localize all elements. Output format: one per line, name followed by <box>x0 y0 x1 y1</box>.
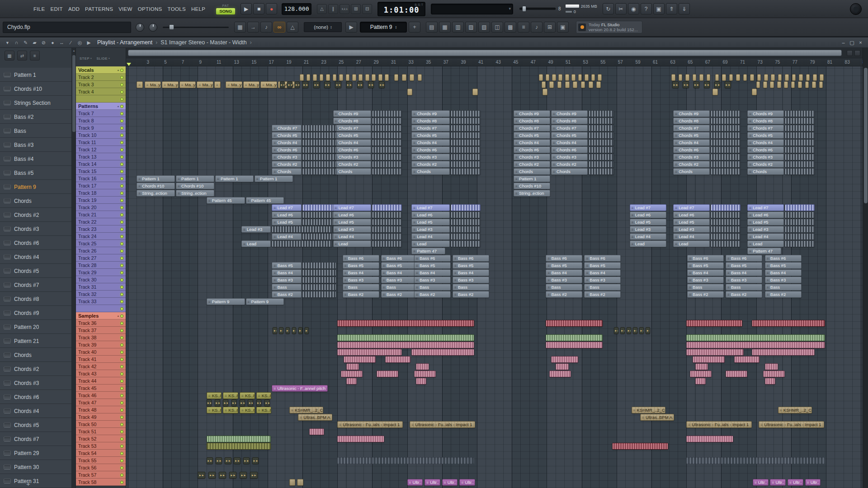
track-group-vocals[interactable]: Vocals▴ <box>76 66 126 74</box>
clip-lead-7[interactable]: ≡Lead #7 <box>411 204 450 211</box>
clip-pattern-1[interactable]: ≡Pattern 1 <box>176 175 214 182</box>
clip-chop[interactable] <box>750 74 754 81</box>
clip-bass-2[interactable]: ≡Bass #2 <box>765 291 802 298</box>
pattern-list-item-bass-2[interactable]: Bass #2 <box>0 110 71 124</box>
clip-chords[interactable]: ≡Chords <box>551 168 588 175</box>
clip-pat-steps[interactable] <box>302 132 336 139</box>
clip-arrow[interactable]: ►► <box>633 327 637 334</box>
collapse-icon[interactable]: ▴ <box>118 314 119 318</box>
clip-pat-steps[interactable] <box>711 146 741 153</box>
track-row-track-46[interactable]: Track 46 <box>76 392 126 399</box>
clip-pat-steps[interactable] <box>589 139 614 146</box>
clip-kshmr-2-clean[interactable]: ≡KSHMR_..2_Clean <box>778 407 812 413</box>
clip-lead-3[interactable]: ≡Lead #3 <box>241 226 271 233</box>
clip-lead-3[interactable]: ≡Lead #3 <box>630 226 666 233</box>
clip-pink[interactable] <box>337 436 384 442</box>
clip-bass-5[interactable]: ≡Bass #5 <box>546 262 582 269</box>
clip-chords-8[interactable]: ≡Chords #8 <box>411 117 450 124</box>
clip-bass-6[interactable]: ≡Bass #6 <box>584 255 621 262</box>
clip-pat-steps[interactable] <box>785 117 815 124</box>
track-row-track-42[interactable]: Track 42 <box>76 363 126 370</box>
clip-arrow[interactable]: ►► <box>215 399 220 406</box>
clip-chords-5[interactable]: ≡Chords #5 <box>514 132 550 139</box>
track-row-track-47[interactable]: Track 47 <box>76 399 126 406</box>
track-led[interactable] <box>120 474 123 477</box>
maximize-button[interactable]: ▢ <box>848 40 856 46</box>
clip-arrow[interactable]: ►► <box>250 472 257 479</box>
clip-ultr[interactable]: ≡Ultr.. <box>459 479 475 486</box>
clip-bass-6[interactable]: ≡Bass #6 <box>343 255 379 262</box>
clip-chords[interactable]: ≡Chords <box>514 168 550 175</box>
clip-pattern-1[interactable]: ≡Pattern 1 <box>255 175 293 182</box>
clip-pat-steps[interactable] <box>785 125 815 131</box>
clip-pink[interactable] <box>411 349 474 356</box>
clip-bass-3[interactable]: ≡Bass #3 <box>272 277 302 283</box>
clip-arrow[interactable]: ►► <box>234 457 240 464</box>
clip-tan[interactable] <box>289 479 295 486</box>
clip-arrow[interactable]: ►► <box>225 457 231 464</box>
clip-arrow[interactable]: ►► <box>286 327 290 334</box>
clip-m[interactable]: ≡M <box>137 81 142 88</box>
clip-chop[interactable] <box>812 81 816 88</box>
track-led[interactable] <box>120 372 123 375</box>
picker-filter-icon[interactable]: ≡ <box>30 51 40 61</box>
clip-pat-steps[interactable] <box>711 110 741 117</box>
track-row-track-24[interactable]: Track 24 <box>76 233 126 240</box>
clip-arrow[interactable]: ►► <box>295 81 300 88</box>
clip-chords-9[interactable]: ≡Chords #9 <box>551 110 588 117</box>
pattern-list-item-chords-7[interactable]: Chords #7 <box>0 432 71 446</box>
clip-bass[interactable]: ≡Bass <box>414 284 451 291</box>
clip-pat-steps[interactable] <box>785 146 815 153</box>
pattern-list-item-chords-5[interactable]: Chords #5 <box>0 418 71 432</box>
clip-arrow[interactable]: ►► <box>229 472 236 479</box>
clip-bass-2[interactable]: ≡Bass #2 <box>343 291 379 298</box>
clip-bass-6[interactable]: ≡Bass #6 <box>687 255 724 262</box>
clip-chop[interactable] <box>418 74 422 81</box>
clip-chop[interactable] <box>799 74 803 81</box>
clip-pat-steps[interactable] <box>785 211 815 218</box>
clip-bass[interactable]: ≡Bass <box>546 284 582 291</box>
clip-chop[interactable] <box>819 81 823 88</box>
pattern-list-item-pattern-20[interactable]: Pattern 20 <box>0 320 71 334</box>
clip-string-ection[interactable]: ≡String..ection <box>176 190 214 197</box>
clip-chop[interactable] <box>346 74 350 81</box>
clip-chords-9[interactable]: ≡Chords #9 <box>514 110 550 117</box>
clip-dsteps[interactable] <box>686 457 825 464</box>
pattern-list-item-pattern-9[interactable]: Pattern 9 <box>0 180 71 194</box>
clip-pat-steps[interactable] <box>711 219 741 225</box>
track-row-track-25[interactable]: Track 25 <box>76 240 126 247</box>
pattern-picker-scrollbar[interactable]: ▴ <box>72 48 76 488</box>
clip-pat-steps[interactable] <box>451 110 481 117</box>
clip-lead-4[interactable]: ≡Lead #4 <box>630 233 666 240</box>
microphone-icon[interactable]: ◉ <box>628 3 639 14</box>
clip-arrow[interactable]: ►► <box>198 472 205 479</box>
clip-ultrasonic-fu-ials-impact-1[interactable]: ≡Ultrasonic - Fu..ials - Impact 1 <box>759 421 824 428</box>
clip-arrow[interactable]: ►► <box>216 457 222 464</box>
clip-kshmr-2-clean[interactable]: ≡KSHMR_..2_Clean <box>289 407 323 413</box>
clip-lead-4[interactable]: ≡Lead #4 <box>333 233 372 240</box>
track-row-track-9[interactable]: Track 9 <box>76 124 126 131</box>
view-script-icon[interactable]: ⊞ <box>544 22 556 33</box>
clip-pat-steps[interactable] <box>711 132 741 139</box>
track-row-track-10[interactable]: Track 10 <box>76 131 126 139</box>
clip-arrow[interactable]: ►► <box>280 81 285 88</box>
track-led[interactable] <box>120 343 123 347</box>
clip-bass-5[interactable]: ≡Bass #5 <box>381 262 418 269</box>
clip-pat-steps[interactable] <box>451 117 481 124</box>
link-icon[interactable]: ∞ <box>274 22 285 33</box>
clip-chop[interactable] <box>407 89 413 95</box>
clip-string-ection[interactable]: ≡String..ection <box>137 190 175 197</box>
clip-lead-6[interactable]: ≡Lead #6 <box>411 211 450 218</box>
clip-arrow[interactable]: ►► <box>243 457 250 464</box>
clip-red[interactable] <box>337 320 474 327</box>
clip-pat-steps[interactable] <box>372 146 402 153</box>
clip-chop[interactable] <box>715 74 719 81</box>
clip-chords-5[interactable]: ≡Chords #5 <box>411 132 450 139</box>
clip-ks-8[interactable]: ≡KS..8 <box>240 392 255 399</box>
clip-chords-3[interactable]: ≡Chords #3 <box>514 154 550 160</box>
clip-pat-steps[interactable] <box>302 262 336 269</box>
clip-chop[interactable] <box>313 74 317 81</box>
clip-arrow[interactable]: ►► <box>305 327 309 334</box>
track-led[interactable] <box>120 430 123 433</box>
track-row-track-56[interactable]: Track 56 <box>76 464 126 471</box>
